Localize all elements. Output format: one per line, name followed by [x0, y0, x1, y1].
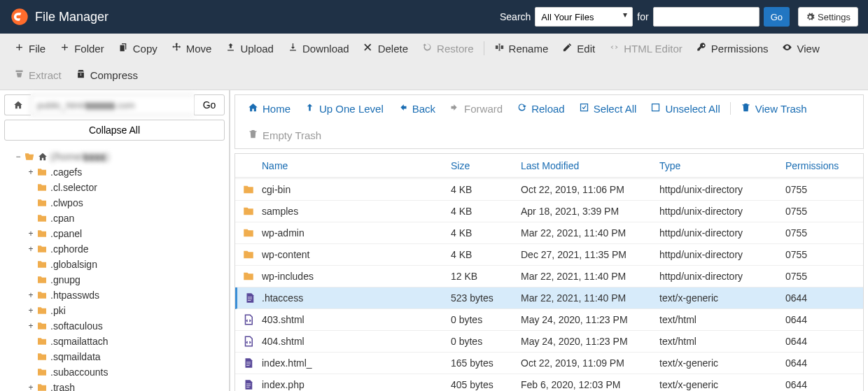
tree-toggle-icon[interactable]: + [27, 229, 35, 239]
column-name[interactable]: Name [262, 160, 451, 171]
back-button[interactable]: Back [391, 99, 442, 118]
tree-node[interactable]: +.cagefs [1, 164, 227, 180]
tree-toggle-icon[interactable]: + [27, 383, 35, 391]
tree-node[interactable]: .sqmailattach [1, 334, 227, 349]
tree-node-label: .htpasswds [50, 290, 99, 301]
folder-icon [36, 351, 48, 362]
table-row[interactable]: wp-includes12 KBMar 22, 2021, 11:40 PMht… [235, 266, 863, 287]
action-label: Back [412, 103, 435, 115]
column-type[interactable]: Type [659, 160, 785, 171]
table-row[interactable]: index.php405 bytesFeb 6, 2020, 12:03 PMt… [235, 374, 863, 391]
tree-node[interactable]: .cpan [1, 211, 227, 226]
view-button[interactable]: View [775, 38, 826, 59]
tree-node[interactable]: +.cphorde [1, 241, 227, 257]
settings-button[interactable]: Settings [798, 7, 858, 27]
toolbar-label: Restore [437, 43, 474, 55]
copy-icon [118, 42, 129, 55]
cell-type: httpd/unix-directory [659, 184, 785, 195]
column-size[interactable]: Size [451, 160, 521, 171]
folder-icon [36, 182, 48, 193]
tree-node[interactable]: .subaccounts [1, 364, 227, 380]
tree-node-label: .cpan [50, 213, 74, 224]
upload-button[interactable]: Upload [218, 38, 281, 59]
download-button[interactable]: Download [281, 38, 356, 59]
search-group: Search All Your Files for Go Settings [500, 7, 858, 27]
tree-node[interactable]: .gnupg [1, 272, 227, 287]
path-home-button[interactable] [4, 94, 31, 115]
search-go-button[interactable]: Go [764, 7, 790, 27]
edit-button[interactable]: Edit [555, 38, 602, 59]
home-button[interactable]: Home [241, 99, 298, 118]
tree-toggle-icon[interactable]: + [27, 321, 35, 331]
tree-node[interactable]: +.cpanel [1, 226, 227, 241]
forward-button: Forward [442, 99, 510, 118]
cell-type: text/x-generic [659, 379, 785, 390]
table-row[interactable]: 404.shtml0 bytesMay 24, 2020, 11:23 PMte… [235, 331, 863, 353]
toolbar-label: Folder [74, 43, 104, 55]
tree-node[interactable]: .sqmaildata [1, 349, 227, 364]
home-icon [248, 102, 258, 115]
tree-node-label: .cphorde [50, 243, 88, 255]
new-folder-button[interactable]: Folder [52, 38, 111, 59]
folder-icon [242, 178, 255, 178]
tree-node[interactable]: .cl.selector [1, 180, 227, 195]
cell-type: httpd/unix-directory [659, 206, 785, 217]
unselect-icon [650, 102, 661, 115]
copy-button[interactable]: Copy [111, 38, 164, 59]
path-input[interactable] [31, 94, 194, 115]
cell-name: wp-includes [262, 271, 451, 282]
toolbar-label: Compress [90, 69, 138, 81]
cell-modified: Dec 27, 2021, 11:35 PM [521, 249, 659, 260]
cell-permissions: 0644 [785, 336, 863, 347]
delete-button[interactable]: Delete [356, 38, 415, 59]
column-modified[interactable]: Last Modified [521, 160, 659, 171]
up-level-button[interactable]: Up One Level [298, 99, 391, 118]
table-row[interactable]: 403.shtml0 bytesMay 24, 2020, 11:23 PMte… [235, 309, 863, 331]
action-label: Empty Trash [262, 129, 321, 141]
table-row[interactable]: wp-content4 KBDec 27, 2021, 11:35 PMhttp… [235, 244, 863, 266]
tree-node[interactable]: +.pki [1, 303, 227, 318]
table-row[interactable]: wp-admin4 KBMar 22, 2021, 11:40 PMhttpd/… [235, 222, 863, 244]
toolbar-label: Permissions [711, 43, 769, 55]
cell-modified: May 24, 2020, 11:23 PM [521, 336, 659, 347]
collapse-all-button[interactable]: Collapse All [4, 120, 225, 141]
tree-toggle-icon[interactable]: + [27, 244, 35, 254]
cell-size: 523 bytes [451, 292, 521, 304]
tree-node[interactable]: +.softaculous [1, 318, 227, 334]
tree-toggle-icon[interactable]: − [14, 152, 22, 162]
new-file-button[interactable]: File [7, 38, 52, 59]
search-input[interactable] [653, 7, 760, 27]
search-scope-select[interactable]: All Your Files [535, 7, 633, 27]
tree-toggle-icon[interactable]: + [27, 167, 35, 177]
table-row[interactable]: cgi-bin4 KBOct 22, 2019, 11:06 PMhttpd/u… [235, 179, 863, 201]
tree-root[interactable]: −(/home/▮▮▮▮) [1, 149, 227, 164]
table-row[interactable]: .htaccess523 bytesMar 22, 2021, 11:40 PM… [235, 287, 863, 309]
table-row[interactable]: samples4 KBApr 18, 2021, 3:39 PMhttpd/un… [235, 201, 863, 222]
cell-permissions: 0755 [785, 206, 863, 217]
tree-toggle-icon[interactable]: + [27, 290, 35, 300]
column-permissions[interactable]: Permissions [785, 160, 863, 171]
tree-node[interactable]: .clwpos [1, 195, 227, 211]
folder-icon [36, 213, 48, 224]
view-trash-button[interactable]: View Trash [734, 99, 814, 118]
unselect-all-button[interactable]: Unselect All [643, 99, 727, 118]
cell-size: 405 bytes [451, 379, 521, 390]
tree-node[interactable]: +.htpasswds [1, 287, 227, 303]
compress-button[interactable]: Compress [69, 64, 145, 85]
cell-name: wp-admin [262, 227, 451, 239]
eye-icon [782, 42, 792, 55]
toolbar-label: Move [186, 43, 212, 55]
tree-node[interactable]: +.trash [1, 380, 227, 391]
permissions-button[interactable]: Permissions [690, 38, 776, 59]
tree-node[interactable]: .globalsign [1, 257, 227, 272]
action-label: Up One Level [319, 103, 384, 115]
reload-button[interactable]: Reload [510, 99, 572, 118]
move-button[interactable]: Move [164, 38, 219, 59]
tree-toggle-icon[interactable]: + [27, 306, 35, 315]
empty-trash-button: Empty Trash [241, 126, 328, 144]
cell-modified: Mar 22, 2021, 11:40 PM [521, 227, 659, 239]
rename-button[interactable]: Rename [487, 38, 556, 59]
select-all-button[interactable]: Select All [572, 99, 644, 118]
table-row[interactable]: index.html_165 bytesOct 22, 2019, 11:09 … [235, 353, 863, 374]
path-go-button[interactable]: Go [194, 94, 225, 115]
